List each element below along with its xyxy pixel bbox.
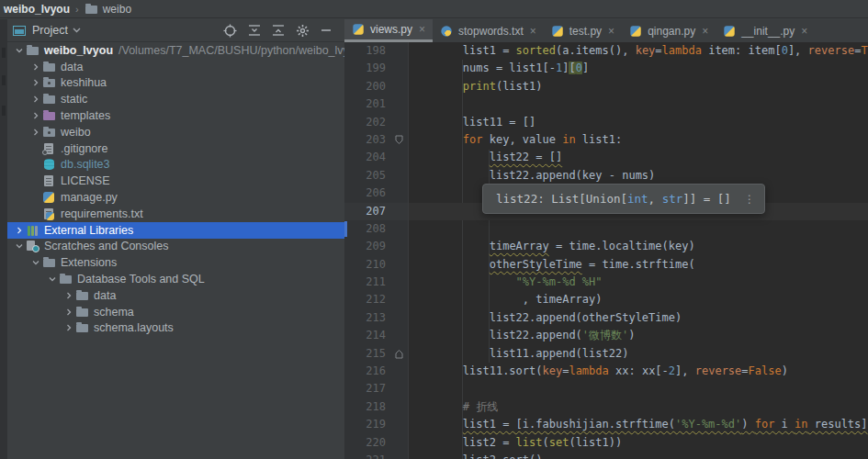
line-number[interactable]: 218: [344, 398, 409, 416]
chevron-down-icon[interactable]: [29, 256, 42, 269]
settings-gear-icon[interactable]: [296, 24, 310, 38]
code-line-212[interactable]: 212 , timeArray): [344, 291, 868, 308]
locate-icon[interactable]: [223, 24, 237, 38]
chevron-right-icon[interactable]: [29, 109, 42, 122]
tool-window-stripe[interactable]: [0, 19, 7, 459]
line-number[interactable]: 211: [344, 274, 409, 291]
chevron-right-icon[interactable]: [13, 224, 26, 237]
collapse-all-icon[interactable]: [272, 24, 285, 37]
line-number[interactable]: 216: [344, 363, 409, 380]
line-number[interactable]: 202: [344, 114, 409, 131]
tree-item-keshihua[interactable]: keshihua: [7, 75, 344, 92]
tree-item-database-tools-and-sql[interactable]: Database Tools and SQL: [7, 271, 344, 287]
tree-item-license[interactable]: LICENSE: [7, 173, 344, 189]
chevron-right-icon[interactable]: [29, 61, 42, 73]
code-line-205[interactable]: 205 list22.append(key - nums): [344, 167, 868, 185]
code-line-220[interactable]: 220 list2 = list(set(list1)): [344, 434, 868, 452]
code-line-221[interactable]: 221 list2.sort(): [344, 452, 868, 459]
project-view-selector[interactable]: Project: [13, 24, 81, 37]
tree-item-schema-layouts[interactable]: schema.layouts: [7, 320, 344, 337]
tree-item-data[interactable]: data: [7, 287, 344, 304]
line-number[interactable]: 205: [344, 167, 409, 185]
line-number[interactable]: 210: [344, 256, 409, 274]
chevron-right-icon[interactable]: [29, 93, 42, 106]
tree-item-extensions[interactable]: Extensions: [7, 254, 344, 271]
line-number[interactable]: 204: [344, 149, 409, 166]
line-number[interactable]: 207: [344, 203, 409, 220]
line-number[interactable]: 199: [344, 60, 409, 77]
tab-qingan-py[interactable]: qingan.py×: [622, 19, 716, 42]
chevron-right-icon[interactable]: [29, 76, 42, 89]
tree-item-data[interactable]: data: [7, 59, 344, 75]
code-line-217[interactable]: 217: [344, 380, 868, 397]
code-line-203[interactable]: 203 for key, value in list1:: [344, 131, 868, 149]
tree-item-manage-py[interactable]: manage.py: [7, 189, 344, 206]
code-line-214[interactable]: 214 list22.append('微博数'): [344, 327, 868, 344]
tab-test-py[interactable]: test.py×: [544, 19, 622, 42]
hide-panel-icon[interactable]: [321, 25, 332, 36]
chevron-right-icon[interactable]: [62, 306, 75, 319]
line-number[interactable]: 208: [344, 220, 409, 238]
chevron-down-icon[interactable]: [13, 240, 26, 252]
close-tab-icon[interactable]: ×: [608, 25, 614, 38]
line-number[interactable]: 201: [344, 95, 409, 113]
code-line-213[interactable]: 213 list22.append(otherStyleTime): [344, 309, 868, 327]
line-number[interactable]: 200: [344, 78, 409, 95]
chevron-down-icon[interactable]: [46, 273, 59, 285]
tree-item-external-libraries[interactable]: External Libraries: [7, 222, 344, 239]
code-line-198[interactable]: 198 list1 = sorted(a.items(), key=lambda…: [344, 42, 868, 60]
breadcrumb-current[interactable]: weibo: [103, 3, 131, 16]
chevron-down-icon[interactable]: [13, 44, 26, 57]
close-tab-icon[interactable]: ×: [702, 25, 708, 38]
code-line-199[interactable]: 199 nums = list1[-1][0]: [344, 60, 868, 77]
code-line-215[interactable]: 215 list11.append(list22): [344, 345, 868, 363]
tree-item-requirements-txt[interactable]: requirements.txt: [7, 206, 344, 222]
type-hint-tooltip[interactable]: list22: List[Union[int, str]] = [] ⋮: [482, 184, 765, 214]
tree-item-scratches-and-consoles[interactable]: Scratches and Consoles: [7, 239, 344, 255]
tree-item-db-sqlite3[interactable]: db.sqlite3: [7, 157, 344, 174]
code-line-209[interactable]: 209 timeArray = time.localtime(key): [344, 238, 868, 255]
code-line-201[interactable]: 201: [344, 95, 868, 113]
line-number[interactable]: 212: [344, 291, 409, 308]
line-number[interactable]: 221: [344, 452, 409, 459]
tab-stopwords-txt[interactable]: stopwords.txt×: [433, 19, 544, 42]
code-line-202[interactable]: 202 list11 = []: [344, 114, 868, 131]
code-line-204[interactable]: 204 list22 = []: [344, 149, 868, 166]
fold-marker-icon[interactable]: [395, 349, 403, 359]
close-tab-icon[interactable]: ×: [419, 23, 425, 36]
kebab-menu-icon[interactable]: ⋮: [744, 194, 755, 205]
line-number[interactable]: 214: [344, 327, 409, 344]
code-line-218[interactable]: 218 # 折线: [344, 398, 868, 416]
expand-all-icon[interactable]: [248, 24, 261, 37]
close-tab-icon[interactable]: ×: [530, 25, 536, 38]
code-line-216[interactable]: 216 list11.sort(key=lambda xx: xx[-2], r…: [344, 363, 868, 380]
tree-item-weibo-lvyou[interactable]: weibo_lvyou/Volumes/T7_MAC/BUSHU/python/…: [7, 42, 344, 59]
line-number[interactable]: 213: [344, 309, 409, 327]
line-number[interactable]: 220: [344, 434, 409, 452]
code-line-200[interactable]: 200 print(list1): [344, 78, 868, 95]
line-number[interactable]: 209: [344, 238, 409, 255]
tree-item-templates[interactable]: templates: [7, 107, 344, 124]
tree-item-static[interactable]: static: [7, 91, 344, 107]
tree-item-weibo[interactable]: weibo: [7, 124, 344, 140]
tab-init-py[interactable]: __init__.py×: [716, 19, 815, 42]
line-number[interactable]: 217: [344, 380, 409, 397]
close-tab-icon[interactable]: ×: [801, 25, 807, 38]
tab-views-py[interactable]: views.py×: [344, 19, 433, 42]
code-line-211[interactable]: 211 "%Y-%m-%d %H": [344, 274, 868, 291]
code-line-210[interactable]: 210 otherStyleTime = time.strftime(: [344, 256, 868, 274]
code-editor[interactable]: 198 list1 = sorted(a.items(), key=lambda…: [344, 42, 868, 459]
tree-item-schema[interactable]: schema: [7, 304, 344, 320]
line-number[interactable]: 198: [344, 42, 409, 60]
code-line-219[interactable]: 219 list1 = [i.fabushijian.strftime('%Y-…: [344, 416, 868, 433]
fold-marker-icon[interactable]: [395, 135, 403, 145]
line-number[interactable]: 206: [344, 185, 409, 202]
line-number[interactable]: 215: [344, 345, 409, 363]
line-number[interactable]: 203: [344, 131, 409, 149]
chevron-right-icon[interactable]: [29, 126, 42, 139]
code-line-208[interactable]: 208: [344, 220, 868, 238]
breadcrumb-root[interactable]: weibo_lvyou: [4, 3, 70, 16]
line-number[interactable]: 219: [344, 416, 409, 433]
tree-item-gitignore[interactable]: .gitignore: [7, 140, 344, 157]
chevron-right-icon[interactable]: [62, 321, 75, 334]
